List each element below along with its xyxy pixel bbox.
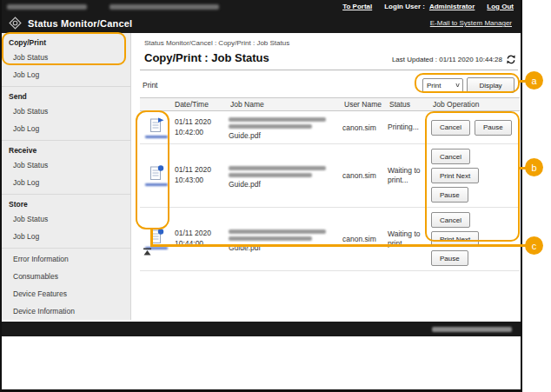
- table-header-row: Date/Time Job Name User Name Status Job …: [140, 97, 520, 111]
- redacted-job-name-line: [229, 166, 326, 170]
- annotated-screenshot: To Portal Login User : Administrator Log…: [0, 0, 551, 392]
- job-date: 01/11 2020: [175, 117, 229, 128]
- job-type-label: Print: [140, 81, 157, 90]
- email-system-manager-link[interactable]: E-Mail to System Manager: [430, 19, 512, 27]
- sidebar-item-receive-job-status[interactable]: Job Status: [2, 156, 130, 174]
- col-date-time: Date/Time: [173, 100, 229, 109]
- redacted-job-name-line: [229, 117, 326, 122]
- job-name-cell: Guide.pdf: [229, 115, 342, 140]
- job-type-controls: Print Print ∨ Display: [140, 77, 518, 93]
- col-job-operation: Job Operation: [431, 100, 520, 109]
- job-operations: Cancel Pause: [431, 120, 520, 136]
- table-row: 01/11 2020 10:44:00 Guide.pdf canon.sim …: [140, 208, 520, 271]
- job-date-time: 01/11 2020 10:42:00: [173, 117, 229, 138]
- redacted-job-name-line: [229, 229, 326, 234]
- job-name-visible: Guide.pdf: [229, 180, 335, 189]
- sidebar-item-consumables[interactable]: Consumables: [2, 268, 130, 285]
- sidebar-section-receive: Receive Job Status Job Log: [2, 141, 130, 195]
- sidebar-item-send-job-log[interactable]: Job Log: [2, 120, 130, 137]
- redacted-job-name-line: [229, 173, 312, 177]
- cancel-button[interactable]: Cancel: [431, 120, 470, 136]
- sidebar-header-receive: Receive: [2, 143, 130, 156]
- callout-badge-a: a: [525, 71, 543, 90]
- sidebar-item-receive-job-log[interactable]: Job Log: [2, 174, 130, 191]
- last-updated-text: Last Updated : 01/11 2020 10:44:28: [392, 56, 502, 63]
- sidebar-header-send: Send: [2, 89, 130, 103]
- job-date-time: 01/11 2020 10:44:00: [173, 229, 229, 249]
- print-next-button[interactable]: Print Next: [431, 231, 479, 247]
- title-row: Copy/Print : Job Status Last Updated : 0…: [140, 51, 518, 70]
- remote-ui-window: To Portal Login User : Administrator Log…: [0, 0, 522, 392]
- sidebar-item-copyprint-job-log[interactable]: Job Log: [2, 66, 130, 83]
- pause-button[interactable]: Pause: [431, 187, 468, 203]
- job-operations: Cancel Print Next Pause: [431, 148, 520, 203]
- cancel-button[interactable]: Cancel: [431, 212, 470, 228]
- sidebar-item-copyprint-job-status[interactable]: Job Status: [2, 49, 130, 66]
- sidebar-header-store: Store: [2, 196, 130, 210]
- login-user-name-link[interactable]: Administrator: [429, 3, 475, 10]
- sidebar-item-device-features[interactable]: Device Features: [2, 285, 130, 302]
- printing-job-icon[interactable]: [143, 117, 169, 138]
- job-user-name: canon.sim: [342, 123, 388, 132]
- last-updated: Last Updated : 01/11 2020 10:44:28: [392, 55, 516, 64]
- waiting-job-icon[interactable]: [143, 165, 169, 186]
- sidebar-section-send: Send Job Status Job Log: [2, 87, 130, 141]
- cancel-button[interactable]: Cancel: [431, 149, 470, 164]
- login-user-label: Login User :: [384, 3, 425, 10]
- job-operations: Cancel Print Next Pause: [431, 211, 520, 267]
- redacted-model-links: [110, 4, 219, 10]
- refresh-icon[interactable]: [506, 55, 516, 64]
- redacted-job-name-line: [229, 124, 312, 129]
- job-type-select[interactable]: Print ∨: [422, 78, 463, 93]
- browser-topbar: To Portal Login User : Administrator Log…: [2, 0, 521, 13]
- waiting-job-icon[interactable]: [143, 229, 169, 249]
- job-date: 01/11 2020: [175, 165, 229, 176]
- job-date-time: 01/11 2020 10:43:00: [173, 165, 229, 186]
- table-row: 01/11 2020 10:42:00 Guide.pdf canon.sim …: [140, 111, 520, 144]
- print-next-button[interactable]: Print Next: [431, 168, 479, 183]
- table-row: 01/11 2020 10:43:00 Guide.pdf canon.sim …: [140, 144, 520, 208]
- sidebar-item-error-information[interactable]: Error Information: [2, 250, 130, 268]
- sidebar-menu: Copy/Print Job Status Job Log Send Job S…: [2, 33, 131, 320]
- page-app-title: Status Monitor/Cancel: [28, 18, 132, 29]
- sidebar-item-device-information[interactable]: Device Information: [2, 302, 130, 320]
- col-job-name: Job Name: [229, 100, 342, 109]
- sidebar-item-store-job-status[interactable]: Job Status: [2, 210, 130, 228]
- job-status-text: Waiting to print...: [388, 166, 431, 186]
- page-title: Copy/Print : Job Status: [144, 51, 269, 64]
- back-to-top-icon[interactable]: [143, 248, 152, 256]
- job-user-name: canon.sim: [342, 171, 388, 180]
- sidebar-section-store: Store Job Status Job Log: [2, 195, 130, 249]
- callout-badge-c: c: [525, 236, 543, 255]
- job-status-table: Date/Time Job Name User Name Status Job …: [140, 97, 520, 271]
- job-name-visible: Guide.pdf: [229, 131, 335, 140]
- log-out-link[interactable]: Log Out: [487, 3, 514, 10]
- redacted-device-name: [7, 4, 87, 10]
- job-name-cell: Guide.pdf: [229, 163, 342, 189]
- app-titlebar: Status Monitor/Cancel E-Mail to System M…: [2, 13, 521, 33]
- job-time: 10:43:00: [175, 176, 229, 186]
- sidebar-item-send-job-status[interactable]: Job Status: [2, 103, 130, 120]
- job-type-select-value: Print: [427, 82, 441, 90]
- redacted-job-link: [145, 136, 168, 138]
- to-portal-link[interactable]: To Portal: [342, 3, 372, 10]
- display-button[interactable]: Display: [467, 77, 514, 93]
- col-user-name: User Name: [342, 100, 388, 109]
- sidebar-header-copy-print: Copy/Print: [2, 35, 130, 49]
- chevron-down-icon: ∨: [455, 82, 461, 89]
- job-type-selector-group: Print ∨ Display: [422, 77, 514, 93]
- job-user-name: canon.sim: [342, 235, 388, 243]
- callout-badge-b: b: [525, 158, 543, 176]
- job-status-text: Printing...: [388, 123, 431, 132]
- pause-button[interactable]: Pause: [475, 120, 512, 136]
- sidebar-item-store-job-log[interactable]: Job Log: [2, 228, 130, 245]
- pause-button[interactable]: Pause: [431, 250, 468, 266]
- job-status-text: Waiting to print...: [388, 229, 431, 249]
- col-status: Status: [388, 100, 431, 109]
- job-time: 10:44:00: [175, 239, 229, 249]
- job-name-visible: Guide.pdf: [229, 243, 335, 252]
- redacted-copyright-text: [432, 327, 512, 332]
- remote-ui-logo-icon: [9, 17, 22, 30]
- redacted-job-name-line: [229, 236, 312, 241]
- sidebar-section-copy-print: Copy/Print Job Status Job Log: [2, 33, 130, 87]
